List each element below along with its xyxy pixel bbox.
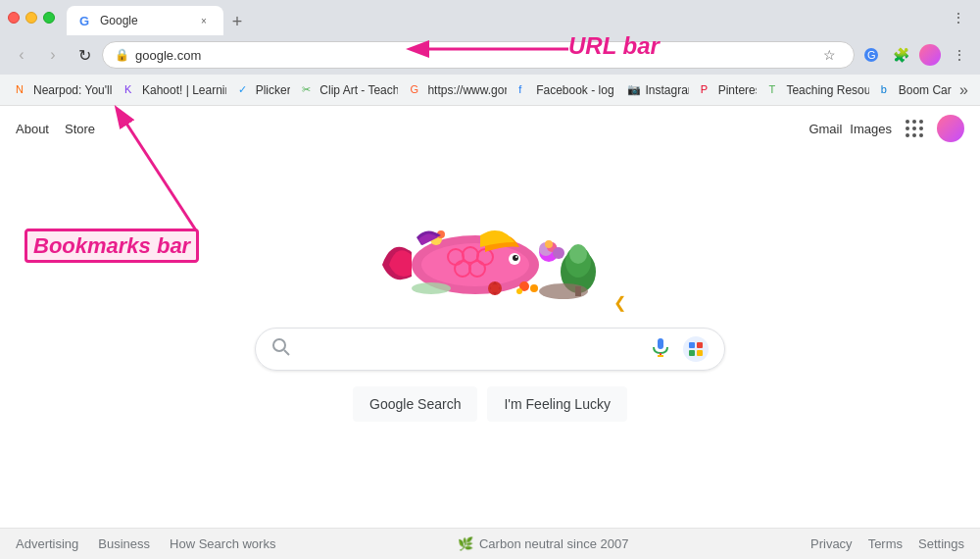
url-right-icons: ☆ (816, 42, 842, 68)
close-window-button[interactable] (8, 12, 20, 24)
svg-line-34 (284, 350, 289, 355)
url-text: google.com (135, 48, 807, 63)
search-icon (271, 337, 291, 361)
pinterest-label: Pinterest (718, 83, 758, 97)
bookmark-item-facebook[interactable]: f Facebook - log in... (511, 78, 615, 102)
svg-point-24 (569, 244, 587, 264)
bookmark-item-plickers[interactable]: ✓ Plickers (230, 78, 291, 102)
footer-center: 🌿 Carbon neutral since 2007 (458, 536, 629, 551)
facebook-favicon: f (518, 83, 532, 97)
settings-link[interactable]: Settings (918, 536, 964, 551)
bookmarks-more-button[interactable]: » (956, 81, 972, 99)
business-link[interactable]: Business (98, 536, 150, 551)
svg-point-33 (273, 339, 285, 351)
doodle-svg (358, 218, 622, 308)
gono-label: https://www.gono... (427, 83, 507, 97)
bookmark-item-boom[interactable]: b Boom Cards (873, 78, 952, 102)
carbon-neutral-text: Carbon neutral since 2007 (479, 536, 629, 551)
lens-search-icon[interactable] (683, 336, 709, 362)
voice-search-icon[interactable] (650, 336, 671, 363)
plickers-label: Plickers (256, 83, 291, 97)
reload-button[interactable]: ↻ (71, 41, 98, 69)
tab-title: Google (100, 14, 190, 27)
svg-text:G: G (867, 49, 876, 61)
new-tab-button[interactable]: + (223, 8, 251, 35)
svg-point-12 (513, 255, 518, 261)
clipart-favicon: ✂ (302, 83, 316, 97)
search-container: Google Search I'm Feeling Lucky (255, 328, 725, 422)
footer-right: Privacy Terms Settings (810, 536, 964, 551)
plickers-favicon: ✓ (238, 83, 252, 97)
minimize-window-button[interactable] (25, 12, 37, 24)
url-bar[interactable]: 🔒 google.com ☆ (102, 41, 855, 69)
page-content: About Store Gmail Images (0, 106, 980, 559)
bookmark-item-clipart[interactable]: ✂ Clip Art - Teachin... (294, 78, 398, 102)
svg-point-18 (545, 240, 553, 248)
svg-point-27 (530, 284, 538, 292)
svg-rect-39 (697, 342, 703, 348)
svg-point-13 (515, 256, 517, 258)
three-dots-menu-icon[interactable]: ⋮ (947, 42, 972, 68)
svg-rect-35 (658, 338, 663, 349)
teaching-label: Teaching Resourc... (786, 83, 868, 97)
clipart-label: Clip Art - Teachin... (319, 83, 398, 97)
svg-point-30 (412, 282, 451, 294)
traffic-lights (8, 12, 55, 24)
extensions-icon[interactable]: 🧩 (888, 42, 913, 68)
bookmark-item-teaching[interactable]: T Teaching Resourc... (760, 78, 868, 102)
active-tab[interactable]: G Google × (67, 6, 223, 35)
nearpod-favicon: N (16, 83, 29, 97)
how-search-works-link[interactable]: How Search works (170, 536, 275, 551)
svg-point-29 (539, 283, 588, 299)
svg-rect-38 (689, 342, 695, 348)
title-bar: G Google × + ⋮ (0, 0, 980, 35)
google-footer: Advertising Business How Search works 🌿 … (0, 528, 980, 559)
more-options-icon[interactable]: ⋮ (945, 4, 972, 31)
footer-left: Advertising Business How Search works (16, 536, 275, 551)
bookmark-star-icon[interactable]: ☆ (816, 42, 842, 68)
boom-label: Boom Cards (899, 83, 952, 97)
leaf-icon: 🌿 (458, 536, 473, 551)
forward-button[interactable]: › (39, 41, 67, 69)
svg-rect-41 (697, 350, 703, 356)
bookmark-item-gono[interactable]: G https://www.gono... (402, 78, 507, 102)
terms-link[interactable]: Terms (868, 536, 903, 551)
doodle-share-button[interactable]: ❮ (613, 293, 626, 312)
google-main: ❮ (0, 112, 980, 528)
bookmark-item-pinterest[interactable]: P Pinterest (693, 78, 758, 102)
nearpod-label: Nearpod: You'll w... (33, 83, 113, 97)
gono-favicon: G (410, 83, 423, 97)
google-doodle: ❮ (358, 218, 622, 308)
bookmark-item-kahoot[interactable]: K Kahoot! | Learning... (117, 78, 226, 102)
pinterest-favicon: P (701, 83, 714, 97)
advertising-link[interactable]: Advertising (16, 536, 78, 551)
svg-rect-40 (689, 350, 695, 356)
instagram-label: Instagram (645, 83, 688, 97)
google-search-button[interactable]: Google Search (353, 386, 477, 422)
bookmark-item-instagram[interactable]: 📷 Instagram (619, 78, 688, 102)
lock-icon: 🔒 (115, 48, 129, 62)
kahoot-favicon: K (124, 83, 138, 97)
tab-close-button[interactable]: × (196, 13, 212, 28)
svg-point-28 (516, 288, 522, 294)
kahoot-label: Kahoot! | Learning... (142, 83, 226, 97)
back-button[interactable]: ‹ (8, 41, 35, 69)
tab-strip: G Google × + (67, 0, 937, 35)
instagram-favicon: 📷 (627, 83, 641, 97)
search-buttons: Google Search I'm Feeling Lucky (353, 386, 627, 422)
maximize-window-button[interactable] (43, 12, 55, 24)
profile-icon[interactable] (917, 42, 943, 68)
search-bar[interactable] (255, 328, 725, 371)
im-feeling-lucky-button[interactable]: I'm Feeling Lucky (487, 386, 627, 422)
teaching-favicon: T (768, 83, 782, 97)
boom-favicon: b (881, 83, 895, 97)
tab-favicon: G (78, 13, 94, 28)
privacy-link[interactable]: Privacy (810, 536, 853, 551)
google-search-icon[interactable]: G (858, 42, 884, 68)
facebook-label: Facebook - log in... (536, 83, 615, 97)
url-bar-area: ‹ › ↻ 🔒 google.com ☆ G 🧩 ⋮ (0, 35, 980, 75)
chrome-browser: G Google × + ⋮ ‹ › ↻ 🔒 google.com ☆ G (0, 0, 980, 559)
title-bar-controls: ⋮ (945, 4, 972, 31)
svg-text:G: G (79, 14, 89, 28)
bookmark-item-nearpod[interactable]: N Nearpod: You'll w... (8, 78, 113, 102)
